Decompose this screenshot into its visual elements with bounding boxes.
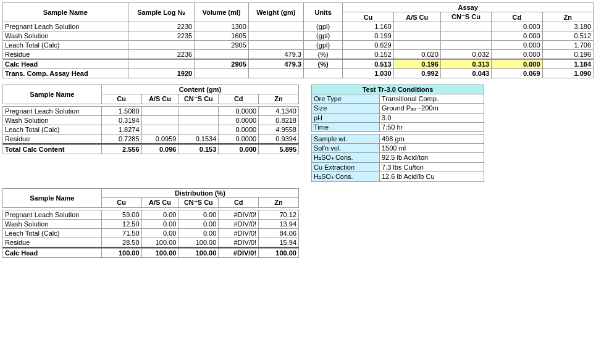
table-cell: 28.50 — [101, 238, 141, 247]
table-cell: 1920 — [128, 68, 194, 78]
table-cell: Pregnant Leach Solution — [3, 210, 102, 219]
table-cell: 2905 — [195, 41, 249, 50]
table-cell: 0.020 — [393, 50, 440, 60]
table-cell: Leach Total (Calc) — [3, 125, 102, 134]
table-cell: 2236 — [128, 50, 194, 60]
dist-col-cu: Cu — [101, 197, 141, 207]
distribution-table: Sample Name Distribution (%) Cu A/S Cu C… — [2, 188, 299, 258]
table-cell: 0.0000 — [219, 115, 259, 125]
table-cell — [393, 22, 440, 31]
table-cell: 0.629 — [343, 41, 393, 50]
table-cell: Total Calc Content — [3, 144, 102, 154]
table-cell: 1.706 — [542, 41, 593, 50]
conditions-table-wrap: Test Tr-3.0 Conditions Ore TypeTransitio… — [311, 85, 484, 182]
table-cell: 59.00 — [101, 210, 141, 219]
table-cell: 2.556 — [101, 144, 141, 154]
table-cell — [195, 68, 249, 78]
table-cell: 0.9394 — [259, 134, 299, 144]
col-sample-log: Sample Log № — [128, 3, 194, 22]
table-cell: 0.0000 — [219, 125, 259, 134]
table-cell — [178, 115, 219, 125]
table-cell: 0.00 — [178, 210, 219, 219]
table-cell: Residue — [3, 238, 102, 247]
col-volume: Volume (ml) — [195, 3, 249, 22]
table-cell — [440, 22, 491, 31]
table-cell: 0.0959 — [141, 134, 178, 144]
table-cell: 5.895 — [259, 144, 299, 154]
table-cell — [141, 115, 178, 125]
table-cell: 1.184 — [542, 59, 593, 68]
dist-col-zn: Zn — [259, 197, 299, 207]
table-cell: 2230 — [128, 22, 194, 31]
table-cell: 100.00 — [178, 248, 219, 257]
table-cell: 100.00 — [101, 248, 141, 257]
table-cell: 1.030 — [343, 68, 393, 78]
table-cell: 0.069 — [492, 68, 542, 78]
table-cell: Wash Solution — [3, 31, 128, 41]
condition-value: Ground P₈₀ –200m — [380, 103, 484, 113]
condition-label: Cu Extraction — [312, 162, 380, 172]
condition-label: Size — [312, 103, 380, 113]
table-cell: 0.0000 — [219, 106, 259, 115]
condition-label: Time — [312, 122, 380, 131]
table-cell — [440, 41, 491, 50]
table-cell: 13.94 — [259, 219, 299, 228]
col-weight: Weight (gm) — [248, 3, 303, 22]
table-cell: Calc Head — [3, 59, 128, 68]
table-cell: Trans. Comp. Assay Head — [3, 68, 128, 78]
table-cell — [393, 31, 440, 41]
table-cell: 0.1534 — [178, 134, 219, 144]
table-cell: 0.00 — [178, 228, 219, 238]
table-cell: 0.000 — [492, 50, 542, 60]
table-cell: #DIV/0! — [219, 219, 259, 228]
table-cell — [248, 41, 303, 50]
table-cell — [128, 59, 194, 68]
condition-value: 498 gm — [380, 134, 484, 143]
table-cell: 0.0000 — [219, 134, 259, 144]
table-cell: 0.3194 — [101, 115, 141, 125]
table-cell — [440, 31, 491, 41]
condition-value: 92.5 lb Acid/ton — [380, 152, 484, 162]
dist-col-sample: Sample Name — [3, 188, 102, 207]
assay-table: Sample Name Sample Log № Volume (ml) Wei… — [2, 2, 594, 78]
condition-value: 7:50 hr — [380, 122, 484, 131]
table-cell: 71.50 — [101, 228, 141, 238]
content-table: Sample Name Content (gm) Cu A/S Cu CN⁻S … — [2, 85, 299, 154]
col-cd: Cd — [492, 12, 542, 22]
table-cell: 0.000 — [492, 31, 542, 41]
condition-label: H₂SO₄ Cons. — [312, 152, 380, 162]
table-cell: 12.50 — [101, 219, 141, 228]
content-col-cd: Cd — [219, 94, 259, 104]
table-cell — [393, 41, 440, 50]
table-cell: Pregnant Leach Solution — [3, 106, 102, 115]
condition-label: pH — [312, 113, 380, 122]
content-col-sample: Sample Name — [3, 85, 102, 104]
table-cell: 0.7285 — [101, 134, 141, 144]
table-cell: Wash Solution — [3, 115, 102, 125]
table-cell — [141, 106, 178, 115]
table-cell: Pregnant Leach Solution — [3, 22, 128, 31]
table-cell — [128, 41, 194, 50]
table-cell: Calc Head — [3, 248, 102, 257]
table-cell: Leach Total (Calc) — [3, 41, 128, 50]
table-cell: 1.090 — [542, 68, 593, 78]
table-cell: 0.000 — [492, 59, 542, 68]
table-cell: (gpl) — [303, 31, 342, 41]
table-cell: 0.00 — [178, 219, 219, 228]
table-cell: 0.313 — [440, 59, 491, 68]
table-cell: 0.00 — [141, 228, 178, 238]
table-cell: Residue — [3, 50, 128, 60]
table-cell: 0.513 — [343, 59, 393, 68]
col-cns-cu: CN⁻S Cu — [440, 12, 491, 22]
table-cell: 0.00 — [141, 219, 178, 228]
condition-label: Ore Type — [312, 94, 380, 103]
table-cell: 0.196 — [393, 59, 440, 68]
dist-col-as-cu: A/S Cu — [141, 197, 178, 207]
table-cell: 2235 — [128, 31, 194, 41]
col-cu: Cu — [343, 12, 393, 22]
table-cell: 0.992 — [393, 68, 440, 78]
table-cell — [248, 68, 303, 78]
table-cell: 0.00 — [141, 210, 178, 219]
table-cell: 1.5080 — [101, 106, 141, 115]
table-cell: (gpl) — [303, 41, 342, 50]
